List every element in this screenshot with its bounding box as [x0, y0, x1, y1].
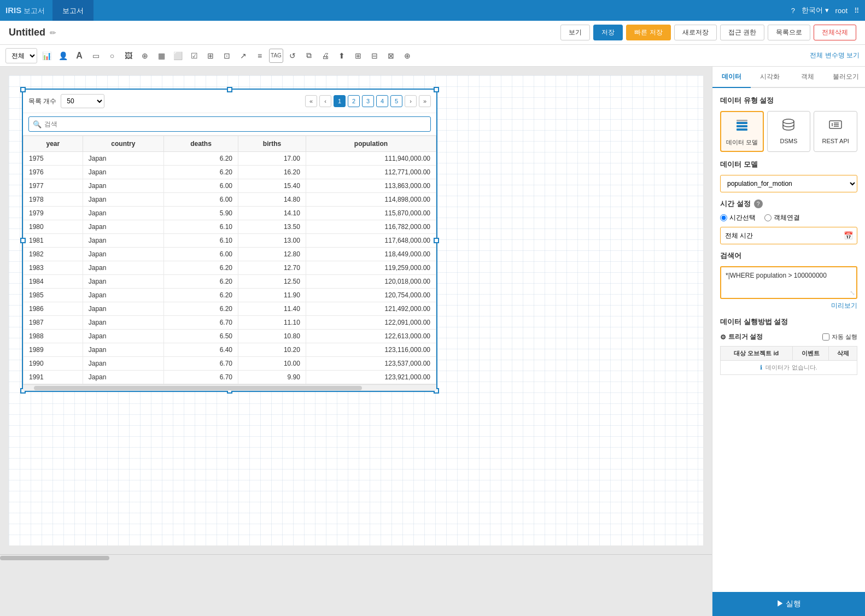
- pg-4[interactable]: 4: [376, 95, 388, 107]
- table-icon[interactable]: ▦: [154, 49, 168, 63]
- cell-3-4: 114,898,000.00: [306, 193, 436, 207]
- data-type-dsms[interactable]: DSMS: [767, 111, 811, 152]
- bar-chart-icon[interactable]: 📊: [39, 49, 54, 63]
- table-row: 1988Japan6.5010.80122,613,000.00: [24, 330, 436, 343]
- text-icon[interactable]: A: [72, 49, 86, 63]
- cell-16-1: Japan: [83, 371, 163, 384]
- auto-run-checkbox[interactable]: [822, 333, 829, 341]
- pg-last[interactable]: »: [419, 95, 431, 107]
- col-year: year: [24, 136, 83, 152]
- search-input[interactable]: [28, 116, 431, 132]
- plus-icon[interactable]: ⊕: [400, 49, 414, 63]
- cell-12-3: 11.10: [238, 316, 306, 330]
- export-icon[interactable]: ↗: [236, 49, 250, 63]
- view-button[interactable]: 보기: [560, 25, 590, 40]
- pg-3[interactable]: 3: [362, 95, 374, 107]
- handle-mr[interactable]: [434, 238, 439, 243]
- input-icon[interactable]: ⬜: [171, 49, 185, 63]
- cell-0-2: 6.20: [163, 152, 238, 166]
- tab-visualization[interactable]: 시각화: [751, 67, 789, 88]
- merge-icon[interactable]: ⊕: [138, 49, 152, 63]
- nav-tab-report[interactable]: 보고서: [52, 0, 93, 21]
- pg-prev[interactable]: ‹: [319, 95, 331, 107]
- pg-1[interactable]: 1: [334, 95, 346, 107]
- panel-tabs: 데이터 시각화 객체 불러오기: [712, 67, 865, 88]
- exec-col-event: 이벤트: [792, 347, 829, 361]
- horizontal-scrollbar[interactable]: [23, 384, 436, 391]
- pg-first[interactable]: «: [305, 95, 317, 107]
- svg-rect-1: [737, 125, 747, 127]
- rect-icon[interactable]: ▭: [89, 49, 103, 63]
- exec-col-delete: 삭제: [829, 347, 857, 361]
- main-area: 목록 개수 50 10 20 100 « ‹ 1 2 3 4 5: [0, 67, 865, 616]
- cell-14-0: 1989: [24, 343, 83, 357]
- image-icon[interactable]: 🖼: [121, 49, 136, 63]
- combo-icon[interactable]: ⊞: [203, 49, 218, 63]
- search-query-box[interactable]: *|WHERE population > 100000000 ⤡: [720, 266, 857, 299]
- exec-section: 데이터 실행방법 설정 ⚙ 트리거 설정 자동 실행 대상 오브젝트 id: [720, 317, 857, 375]
- bottom-scrollbar-thumb[interactable]: [0, 556, 109, 560]
- delete-all-button[interactable]: 전체삭제: [814, 25, 856, 40]
- cell-0-3: 17.00: [238, 152, 306, 166]
- filter-select[interactable]: 전체: [5, 48, 37, 63]
- edit-title-icon[interactable]: ✏: [50, 28, 56, 37]
- data-model-select[interactable]: population_for_motion: [720, 175, 857, 192]
- list-button[interactable]: 목록으로: [768, 25, 810, 40]
- handle-ml[interactable]: [20, 238, 26, 243]
- pg-5[interactable]: 5: [390, 95, 402, 107]
- tab-import[interactable]: 불러오기: [827, 67, 865, 88]
- radio-time-select[interactable]: 시간선택: [720, 213, 756, 222]
- fast-save-button[interactable]: 빠른 저장: [626, 25, 670, 40]
- preview-link[interactable]: 미리보기: [720, 301, 857, 310]
- cell-13-2: 6.50: [163, 330, 238, 343]
- tab-object[interactable]: 객체: [789, 67, 827, 88]
- list-icon[interactable]: ≡: [253, 49, 267, 63]
- info-icon: ℹ: [760, 364, 762, 371]
- circle-icon[interactable]: ○: [105, 49, 119, 63]
- layout-icon[interactable]: ⊟: [367, 49, 382, 63]
- rows-select[interactable]: 50 10 20 100: [61, 94, 104, 108]
- cell-4-4: 115,870,000.00: [306, 207, 436, 220]
- print-icon[interactable]: 🖨: [318, 49, 332, 63]
- grid-view-icon[interactable]: ⊞: [351, 49, 365, 63]
- arrow-icon[interactable]: ⬆: [335, 49, 349, 63]
- handle-tl[interactable]: [20, 87, 26, 92]
- align-icon[interactable]: ⊠: [384, 49, 398, 63]
- calendar-icon[interactable]: 📅: [844, 231, 853, 240]
- access-button[interactable]: 접근 권한: [720, 25, 764, 40]
- table-row: 1983Japan6.2012.70119,259,000.00: [24, 261, 436, 275]
- cell-1-3: 16.20: [238, 166, 306, 179]
- table-row: 1982Japan6.0012.80118,449,000.00: [24, 248, 436, 261]
- data-type-rest[interactable]: REST API: [814, 111, 857, 152]
- time-input[interactable]: [720, 227, 857, 244]
- radio-object-connect[interactable]: 객체연결: [764, 213, 800, 222]
- help-icon[interactable]: ?: [791, 7, 795, 15]
- pg-2[interactable]: 2: [348, 95, 360, 107]
- model-icon: [724, 118, 759, 136]
- grid-icon[interactable]: ⠿: [854, 7, 860, 15]
- tab-data[interactable]: 데이터: [712, 67, 751, 88]
- bottom-scrollbar[interactable]: [0, 554, 712, 561]
- tab-icon[interactable]: ⊡: [220, 49, 234, 63]
- data-type-model[interactable]: 데이터 모델: [720, 111, 764, 152]
- handle-tc[interactable]: [227, 87, 232, 92]
- time-help-icon[interactable]: ?: [754, 200, 763, 208]
- panel-content: 데이터 유형 설정 데이터 모델: [712, 88, 865, 592]
- person-icon[interactable]: 👤: [56, 49, 70, 63]
- run-button[interactable]: ▶ 실행: [712, 592, 865, 616]
- table-scroll[interactable]: yearcountrydeathsbirthspopulation 1975Ja…: [23, 136, 436, 384]
- all-variables-link[interactable]: 전체 변수명 보기: [810, 51, 860, 60]
- new-save-button[interactable]: 새로저장: [674, 25, 717, 40]
- language-selector[interactable]: 한국어 ▾: [802, 5, 829, 15]
- tag-icon[interactable]: TAG: [269, 49, 283, 63]
- copy-icon[interactable]: ⧉: [302, 49, 316, 63]
- refresh-icon[interactable]: ↺: [285, 49, 300, 63]
- save-button[interactable]: 저장: [593, 25, 623, 40]
- scrollbar-thumb[interactable]: [34, 386, 362, 390]
- pg-next[interactable]: ›: [405, 95, 417, 107]
- col-country: country: [83, 136, 163, 152]
- checkbox-icon[interactable]: ☑: [187, 49, 201, 63]
- rows-label: 목록 개수: [28, 97, 56, 106]
- cell-14-1: Japan: [83, 343, 163, 357]
- handle-tr[interactable]: [434, 87, 439, 92]
